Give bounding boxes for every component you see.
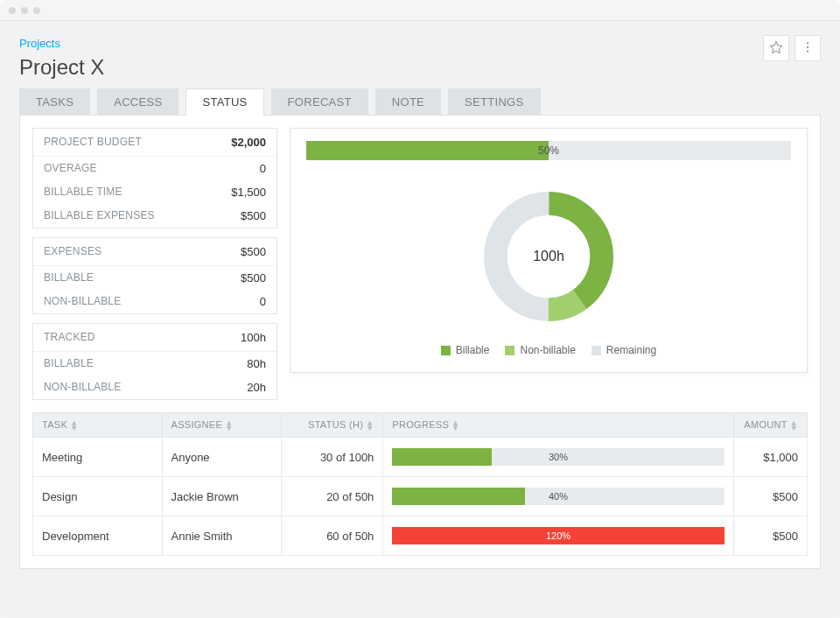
cell-amount: $500 xyxy=(733,516,807,556)
cell-task: Development xyxy=(33,516,163,556)
cell-progress: 30% xyxy=(383,438,733,477)
legend-billable: Billable xyxy=(441,344,490,356)
stat-value: $500 xyxy=(241,271,266,284)
tabs: TASKSACCESSSTATUSFORECASTNOTESETTINGS xyxy=(19,88,821,116)
sort-icon: ▲▼ xyxy=(452,420,459,431)
stat-label: BILLABLE xyxy=(44,271,94,284)
favorite-button[interactable] xyxy=(763,35,789,61)
stat-label: BILLABLE TIME xyxy=(44,186,122,199)
cell-task: Meeting xyxy=(33,438,163,477)
expenses-value: $500 xyxy=(241,245,266,258)
stat-label: BILLABLE EXPENSES xyxy=(44,209,155,222)
expenses-label: EXPENSES xyxy=(44,245,102,258)
cell-status: 60 of 50h xyxy=(282,516,383,556)
cell-progress: 40% xyxy=(383,477,733,516)
sort-icon: ▲▼ xyxy=(225,420,233,431)
col-status-label: STATUS (h) xyxy=(308,419,363,430)
cell-status: 30 of 100h xyxy=(282,438,383,477)
svg-point-1 xyxy=(807,42,808,44)
table-row[interactable]: MeetingAnyone30 of 100h30%$1,000 xyxy=(33,438,808,477)
cell-assignee: Annie Smith xyxy=(162,516,282,556)
more-options-button[interactable] xyxy=(794,35,821,61)
tab-forecast[interactable]: FORECAST xyxy=(271,88,368,116)
cell-status: 20 of 50h xyxy=(282,477,383,516)
legend-nonbillable: Non-billable xyxy=(505,344,575,356)
stat-row: BILLABLE TIME$1,500 xyxy=(33,180,276,204)
col-amount[interactable]: AMOUNT▲▼ xyxy=(733,413,807,438)
table-row[interactable]: DesignJackie Brown20 of 50h40%$500 xyxy=(33,477,808,516)
donut-center-label: 100h xyxy=(533,249,564,264)
cell-assignee: Jackie Brown xyxy=(162,477,282,516)
legend-nonbillable-label: Non-billable xyxy=(520,344,575,356)
svg-marker-0 xyxy=(770,41,781,53)
page-title: Project X xyxy=(19,55,821,80)
expenses-card: EXPENSES $500 BILLABLE$500NON-BILLABLE0 xyxy=(32,237,277,314)
cell-task: Design xyxy=(33,477,163,516)
stat-label: OVERAGE xyxy=(44,162,97,175)
legend-remaining: Remaining xyxy=(592,344,656,356)
traffic-light-minimize[interactable] xyxy=(21,7,28,14)
row-progress-bar: 30% xyxy=(392,448,724,466)
sort-icon: ▲▼ xyxy=(70,420,78,431)
row-progress-label: 30% xyxy=(392,448,724,466)
legend-billable-label: Billable xyxy=(456,344,490,356)
svg-point-2 xyxy=(807,46,808,47)
tab-note[interactable]: NOTE xyxy=(375,88,441,116)
overall-progress-bar: 50% xyxy=(306,141,791,160)
stat-row: NON-BILLABLE0 xyxy=(33,290,276,313)
chart-legend: Billable Non-billable Remaining xyxy=(306,344,791,356)
tab-status[interactable]: STATUS xyxy=(186,88,263,116)
swatch-billable-icon xyxy=(441,346,451,355)
chart-card: 50% 100h Billable Non-bil xyxy=(290,128,808,373)
sort-icon: ▲▼ xyxy=(790,420,798,431)
cell-amount: $1,000 xyxy=(733,438,807,477)
stat-value: 0 xyxy=(260,295,266,308)
overall-progress-label: 50% xyxy=(306,141,791,160)
col-assignee[interactable]: ASSIGNEE▲▼ xyxy=(162,413,282,438)
row-progress-bar: 120% xyxy=(392,527,724,544)
tab-access[interactable]: ACCESS xyxy=(97,88,178,116)
tracked-label: TRACKED xyxy=(44,331,95,344)
svg-point-3 xyxy=(807,50,808,52)
col-amount-label: AMOUNT xyxy=(744,419,787,430)
budget-card: PROJECT BUDGET $2,000 OVERAGE0BILLABLE T… xyxy=(32,128,277,228)
stat-row: OVERAGE0 xyxy=(33,157,276,180)
col-task-label: TASK xyxy=(42,419,67,430)
stat-label: NON-BILLABLE xyxy=(44,295,121,308)
breadcrumb-projects[interactable]: Projects xyxy=(19,37,821,50)
cell-progress: 120% xyxy=(383,516,733,556)
tracked-value: 100h xyxy=(241,331,266,344)
tasks-table: TASK▲▼ ASSIGNEE▲▼ STATUS (h)▲▼ PROGRESS▲… xyxy=(32,412,808,556)
swatch-nonbillable-icon xyxy=(505,346,514,355)
window-titlebar xyxy=(0,0,840,21)
stat-value: $1,500 xyxy=(231,186,266,199)
star-icon xyxy=(769,40,783,57)
stat-label: NON-BILLABLE xyxy=(44,381,121,394)
stat-value: 80h xyxy=(247,357,266,370)
kebab-icon xyxy=(801,40,815,57)
tab-tasks[interactable]: TASKS xyxy=(19,88,90,116)
app-window: Projects Project X TASKSACCESSSTATUSFORE… xyxy=(0,0,840,618)
tracked-card: TRACKED 100h BILLABLE80hNON-BILLABLE20h xyxy=(32,323,277,400)
table-row[interactable]: DevelopmentAnnie Smith60 of 50h120%$500 xyxy=(33,516,808,556)
status-panel: PROJECT BUDGET $2,000 OVERAGE0BILLABLE T… xyxy=(19,115,821,569)
row-progress-label: 120% xyxy=(392,527,724,544)
col-status[interactable]: STATUS (h)▲▼ xyxy=(282,413,383,438)
cell-amount: $500 xyxy=(733,477,807,516)
stat-row: NON-BILLABLE20h xyxy=(33,376,276,399)
col-task[interactable]: TASK▲▼ xyxy=(33,413,163,438)
stat-value: 20h xyxy=(247,381,266,394)
traffic-light-zoom[interactable] xyxy=(33,7,40,14)
traffic-light-close[interactable] xyxy=(9,7,16,14)
page-content: Projects Project X TASKSACCESSSTATUSFORE… xyxy=(0,21,840,618)
stat-row: BILLABLE$500 xyxy=(33,266,276,290)
row-progress-label: 40% xyxy=(392,488,724,505)
col-progress[interactable]: PROGRESS▲▼ xyxy=(383,413,733,438)
tab-settings[interactable]: SETTINGS xyxy=(448,88,540,116)
col-progress-label: PROGRESS xyxy=(392,419,449,430)
budget-label: PROJECT BUDGET xyxy=(44,136,142,149)
sort-icon: ▲▼ xyxy=(366,420,374,431)
swatch-remaining-icon xyxy=(592,346,601,355)
cell-assignee: Anyone xyxy=(162,438,282,477)
stat-label: BILLABLE xyxy=(44,357,94,370)
